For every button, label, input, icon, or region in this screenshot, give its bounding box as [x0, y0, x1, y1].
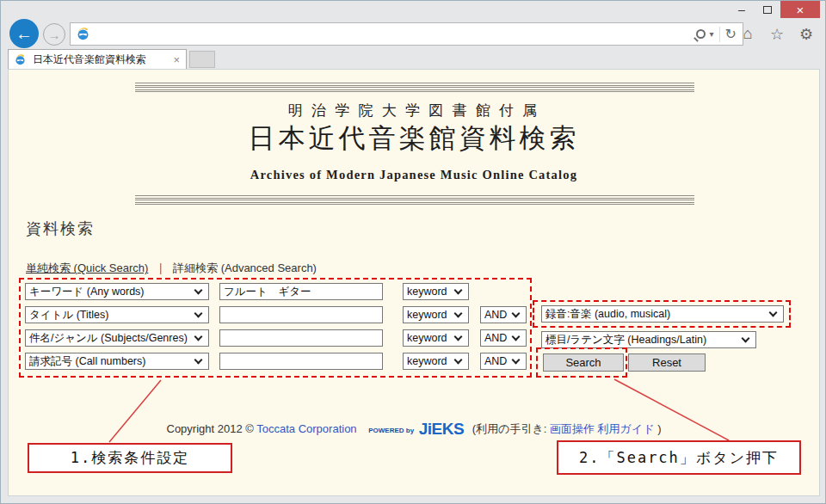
search-term-input-row1[interactable]: フルート ギター [219, 283, 383, 300]
search-term-row1-value: フルート ギター [224, 285, 311, 299]
search-term-input-row3[interactable] [219, 329, 383, 347]
match-select-row3-label: keyword [407, 332, 447, 344]
search-icon[interactable] [696, 29, 706, 39]
chevron-down-icon [194, 332, 203, 341]
tab-quick-search[interactable]: 単純検索 (Quick Search) [26, 261, 148, 274]
chevron-down-icon [742, 334, 750, 342]
tab-advanced-search[interactable]: 詳細検索 (Advanced Search) [173, 261, 317, 274]
ie-favicon-icon [76, 27, 90, 41]
chevron-down-icon [769, 308, 778, 317]
guide-prefix: (利用の手引き: [472, 422, 547, 435]
browser-window: – × ← → ▾ ↻ ⌂ ☆ ⚙ 日本近代音楽館資料検索 × 明 治 学 院 … [0, 0, 826, 504]
operator-select-row2-label: AND [484, 309, 507, 321]
operator-select-row3[interactable]: AND [480, 329, 527, 347]
field-select-row2[interactable]: タイトル (Titles) [25, 306, 209, 323]
search-caret-icon[interactable]: ▾ [710, 29, 714, 39]
match-select-row1-label: keyword [407, 286, 447, 298]
operator-select-row3-label: AND [484, 332, 507, 344]
field-select-row1[interactable]: キーワード (Any words) [25, 283, 209, 300]
section-title: 資料検索 [26, 218, 95, 239]
company-link[interactable]: Toccata Corporation [256, 422, 356, 435]
annotation-step2-box: 2.「Search」ボタン押下 [557, 440, 801, 475]
header-rule-top [135, 83, 694, 92]
browser-tab[interactable]: 日本近代音楽館資料検索 × [8, 49, 187, 69]
favorites-star-icon[interactable]: ☆ [767, 25, 787, 44]
field-select-row1-label: キーワード (Any words) [29, 285, 145, 299]
match-select-row4[interactable]: keyword [403, 353, 469, 370]
tab-close-icon[interactable]: × [173, 53, 180, 66]
operator-select-row4[interactable]: AND [480, 353, 527, 370]
minimize-icon[interactable]: – [729, 1, 755, 18]
guide-suffix: ) [657, 422, 661, 435]
chevron-down-icon [454, 286, 463, 294]
field-select-row4[interactable]: 請求記号 (Call numbers) [25, 353, 209, 370]
material-type-select[interactable]: 録音:音楽 (audio, musical) [541, 305, 784, 323]
match-select-row1[interactable]: keyword [403, 283, 469, 300]
chevron-down-icon [454, 332, 463, 341]
search-button[interactable]: Search [543, 353, 624, 372]
maximize-glyph [763, 6, 772, 14]
material-type-label: 録音:音楽 (audio, musical) [546, 307, 670, 322]
page-title: 日本近代音楽館資料検索 [9, 120, 819, 157]
field-select-row2-label: タイトル (Titles) [29, 308, 108, 323]
home-icon[interactable]: ⌂ [737, 25, 758, 44]
powered-by-text: POWERED by [368, 427, 414, 434]
guide-link-user-guide[interactable]: 利用ガイド [598, 422, 655, 435]
back-button[interactable]: ← [9, 19, 39, 48]
header-rule-bottom [135, 195, 694, 205]
chevron-down-icon [194, 309, 203, 317]
match-select-row4-label: keyword [407, 355, 447, 367]
chevron-down-icon [512, 355, 521, 364]
match-select-row3[interactable]: keyword [403, 329, 469, 347]
tab-separator: ｜ [155, 261, 166, 274]
close-icon[interactable]: × [780, 1, 820, 18]
field-select-row3-label: 件名/ジャンル (Subjects/Genres) [29, 331, 188, 346]
refresh-icon[interactable]: ↻ [725, 26, 737, 42]
field-select-row4-label: 請求記号 (Call numbers) [29, 354, 145, 369]
page-subtitle: Archives of Modern Japanese Music Online… [9, 168, 819, 182]
match-select-row2-label: keyword [407, 309, 447, 321]
browser-toolbar-icons: ⌂ ☆ ⚙ [737, 25, 817, 44]
new-tab-button[interactable] [189, 51, 215, 68]
chevron-down-icon [194, 286, 203, 294]
search-mode-tabs: 単純検索 (Quick Search)｜詳細検索 (Advanced Searc… [26, 261, 317, 276]
address-bar-tools: ▾ ↻ [696, 26, 739, 42]
address-divider [719, 27, 720, 42]
tab-favicon-icon [14, 53, 26, 65]
chevron-down-icon [194, 355, 203, 364]
operator-select-row4-label: AND [484, 355, 507, 367]
search-term-input-row4[interactable] [219, 353, 383, 370]
address-bar[interactable]: ▾ ↻ [70, 22, 743, 46]
page-content: 明 治 学 院 大 学 図 書 館 付 属 日本近代音楽館資料検索 Archiv… [8, 69, 820, 496]
jieks-logo: JiEKS [419, 420, 464, 438]
annotation-step1-label: 1.検索条件設定 [71, 448, 189, 468]
chevron-down-icon [512, 309, 521, 317]
tab-title: 日本近代音楽館資料検索 [33, 52, 173, 67]
window-controls: – × [729, 1, 820, 20]
chevron-down-icon [454, 309, 463, 317]
annotation-step2-label: 2.「Search」ボタン押下 [579, 448, 779, 468]
settings-gear-icon[interactable]: ⚙ [796, 25, 817, 44]
operator-select-row2[interactable]: AND [480, 306, 527, 323]
match-select-row2[interactable]: keyword [403, 306, 469, 323]
field-select-row3[interactable]: 件名/ジャンル (Subjects/Genres) [25, 329, 209, 347]
copyright-text: Copyright 2012 © [167, 422, 254, 435]
header-affiliation: 明 治 学 院 大 学 図 書 館 付 属 [9, 101, 819, 120]
reset-button[interactable]: Reset [628, 353, 706, 372]
forward-button[interactable]: → [43, 23, 65, 46]
search-term-input-row2[interactable] [219, 306, 383, 323]
page-footer: Copyright 2012 © Toccata Corporation POW… [9, 420, 819, 439]
annotation-step1-box: 1.検索条件設定 [28, 443, 232, 473]
heading-type-select[interactable]: 標目/ラテン文字 (Headings/Latin) [541, 331, 756, 348]
maximize-icon[interactable] [755, 1, 780, 18]
guide-link-screen-ops[interactable]: 画面操作 [550, 422, 595, 435]
address-bar-input[interactable] [90, 26, 696, 43]
chevron-down-icon [454, 355, 463, 364]
heading-type-label: 標目/ラテン文字 (Headings/Latin) [546, 333, 706, 347]
chevron-down-icon [512, 332, 521, 341]
